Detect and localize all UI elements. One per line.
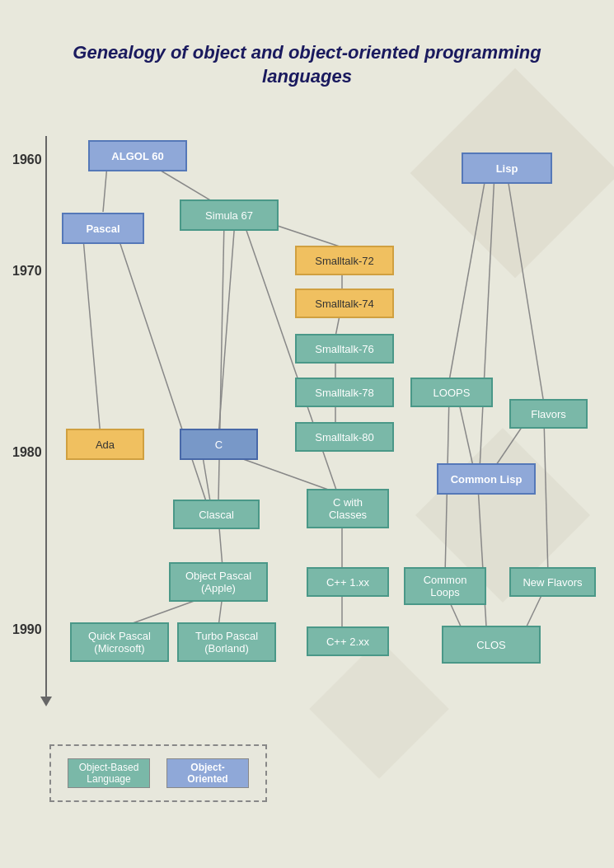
node-smalltalk76: Smalltalk-76 bbox=[295, 334, 394, 364]
node-smalltalk78: Smalltalk-78 bbox=[295, 378, 394, 407]
node-newflavors: New Flavors bbox=[509, 567, 596, 597]
node-quickpascal: Quick Pascal(Microsoft) bbox=[70, 622, 169, 662]
legend: Object-BasedLanguage Object-Oriented bbox=[49, 744, 267, 802]
node-objectpascal: Object Pascal(Apple) bbox=[169, 562, 268, 602]
node-pascal: Pascal bbox=[62, 213, 144, 244]
svg-line-28 bbox=[218, 221, 235, 437]
node-flavors: Flavors bbox=[509, 399, 588, 429]
node-cpp2xx: C++ 2.xx bbox=[307, 626, 389, 656]
node-smalltalk72: Smalltalk-72 bbox=[295, 246, 394, 275]
svg-line-1 bbox=[103, 165, 107, 212]
legend-item-objectoriented: Object-Oriented bbox=[166, 758, 249, 788]
node-loops: LOOPS bbox=[410, 378, 493, 407]
node-smalltalk80: Smalltalk-80 bbox=[295, 422, 394, 452]
node-simula67: Simula 67 bbox=[180, 199, 279, 231]
node-algol60: ALGOL 60 bbox=[88, 140, 187, 171]
node-commonlisp: Common Lisp bbox=[437, 463, 536, 495]
decorative-shape-3 bbox=[309, 639, 449, 779]
node-turbopascal: Turbo Pascal(Borland) bbox=[177, 622, 276, 662]
node-clos: CLOS bbox=[442, 626, 541, 664]
node-cpp1xx: C++ 1.xx bbox=[307, 567, 389, 597]
node-lisp: Lisp bbox=[462, 152, 552, 184]
legend-box-objectbased: Object-BasedLanguage bbox=[68, 758, 150, 788]
year-1990: 1990 bbox=[12, 622, 42, 637]
legend-item-objectbased: Object-BasedLanguage bbox=[68, 758, 150, 788]
node-smalltalk74: Smalltalk-74 bbox=[295, 289, 394, 318]
node-cwithclasses: C withClasses bbox=[307, 489, 389, 528]
y-axis-line bbox=[45, 136, 47, 697]
node-clascal: Clascal bbox=[173, 500, 260, 529]
node-c: C bbox=[180, 429, 258, 460]
node-ada: Ada bbox=[66, 429, 144, 460]
svg-line-6 bbox=[82, 229, 101, 437]
svg-line-5 bbox=[115, 229, 206, 501]
year-1960: 1960 bbox=[12, 152, 42, 167]
node-commonloops: CommonLoops bbox=[404, 567, 486, 605]
page: Genealogy of object and object-oriented … bbox=[0, 0, 614, 868]
year-1970: 1970 bbox=[12, 264, 42, 279]
legend-box-objectoriented: Object-Oriented bbox=[166, 758, 249, 788]
page-title: Genealogy of object and object-oriented … bbox=[66, 41, 548, 88]
y-axis-arrow bbox=[40, 697, 52, 706]
year-1980: 1980 bbox=[12, 445, 42, 460]
